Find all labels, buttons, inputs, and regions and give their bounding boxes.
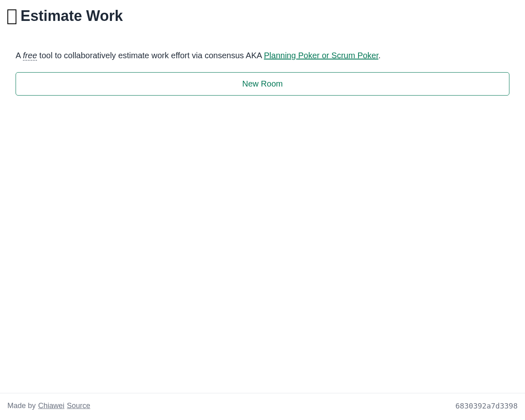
desc-suffix: . bbox=[379, 51, 381, 60]
footer-made-by: Made by bbox=[7, 402, 36, 410]
desc-mid: tool to collaboratively estimate work ef… bbox=[37, 51, 264, 60]
planning-poker-link[interactable]: Planning Poker or Scrum Poker bbox=[264, 51, 379, 60]
footer-left: Made by Chiawei Source bbox=[7, 402, 90, 410]
page-footer: Made by Chiawei Source 6830392a7d3398 bbox=[0, 393, 525, 420]
footer-source-link[interactable]: Source bbox=[67, 402, 90, 410]
footer-version: 6830392a7d3398 bbox=[455, 402, 518, 410]
joker-card-icon bbox=[7, 9, 16, 24]
main-content: A free tool to collaboratively estimate … bbox=[0, 25, 525, 393]
new-room-button[interactable]: New Room bbox=[16, 72, 509, 96]
page-title-text: Estimate Work bbox=[21, 7, 123, 25]
footer-author-link[interactable]: Chiawei bbox=[38, 402, 64, 410]
description: A free tool to collaboratively estimate … bbox=[16, 49, 509, 62]
desc-prefix: A bbox=[16, 51, 23, 60]
desc-free-word[interactable]: free bbox=[23, 51, 37, 61]
page-header: Estimate Work bbox=[0, 0, 525, 25]
page-title: Estimate Work bbox=[7, 7, 518, 25]
